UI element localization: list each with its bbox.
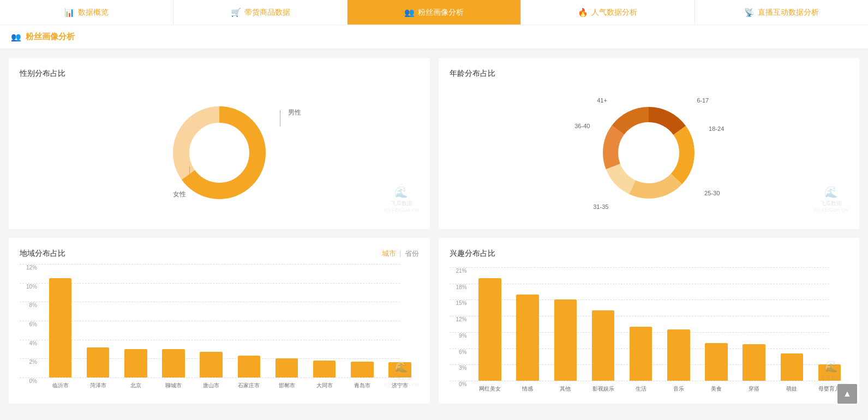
interest-bar xyxy=(705,343,727,381)
region-card: 地域分布占比 城市 | 省份 12% 10% 8% 6% 4% 2% 0% xyxy=(9,238,430,404)
interest-bar-group xyxy=(735,267,773,381)
region-bar-group xyxy=(230,264,268,377)
chart-icon: 📊 xyxy=(64,8,75,17)
interest-bar-group xyxy=(471,267,509,381)
region-x-labels: 临沂市菏泽市北京聊城市唐山市石家庄市邯郸市大同市青岛市济宁市 xyxy=(41,382,419,389)
interest-x-label: 其他 xyxy=(547,385,584,393)
interest-bar xyxy=(630,327,652,381)
scroll-top-icon: ▲ xyxy=(843,389,852,399)
gender-chart: 男性 女性 xyxy=(20,87,419,218)
top-navigation: 📊 数据概览 🛒 带货商品数据 👥 粉丝画像分析 🔥 人气数据分析 📡 直播互动… xyxy=(0,0,868,25)
interest-bar-chart: 21% 18% 15% 12% 9% 6% 3% 0% 网红美女情感其他影视娱乐… xyxy=(450,267,849,393)
interest-card-title: 兴趣分布占比 xyxy=(450,249,849,259)
interest-bar-group xyxy=(509,267,547,381)
nav-popularity-data[interactable]: 🔥 人气数据分析 xyxy=(521,0,695,25)
nav-live-label: 直播互动数据分析 xyxy=(758,8,819,17)
region-bar xyxy=(49,278,71,377)
interest-watermark: 🌊 飞瓜数据 KS.FEIGUA.CN xyxy=(813,360,848,387)
page-title: 粉丝画像分析 xyxy=(26,32,75,42)
region-x-label: 聊城市 xyxy=(154,382,192,389)
nav-live-interaction[interactable]: 📡 直播互动数据分析 xyxy=(695,0,868,25)
gender-card: 性别分布占比 男性 女性 xyxy=(9,58,430,229)
region-bar xyxy=(276,358,298,377)
region-bar-chart: 12% 10% 8% 6% 4% 2% 0% 临沂市菏泽市北京聊城市唐山市石家庄… xyxy=(20,264,419,389)
region-x-label: 大同市 xyxy=(306,382,343,389)
interest-bar xyxy=(781,353,803,381)
region-bar-group xyxy=(343,264,381,377)
interest-x-label: 影视娱乐 xyxy=(584,385,622,393)
nav-product-data[interactable]: 🛒 带货商品数据 xyxy=(173,0,347,25)
age-label-36-40: 36-40 xyxy=(574,123,590,129)
filter-city[interactable]: 城市 xyxy=(382,249,396,259)
female-label-line xyxy=(189,166,190,183)
page-header: 👥 粉丝画像分析 xyxy=(0,25,868,49)
nav-popularity-label: 人气数据分析 xyxy=(591,8,637,17)
region-bar xyxy=(124,349,147,377)
age-chart: 6-17 18-24 25-30 31-35 36-40 41+ xyxy=(450,87,849,218)
region-bar-group xyxy=(193,264,230,377)
region-card-header: 地域分布占比 城市 | 省份 xyxy=(20,249,419,259)
interest-bar xyxy=(743,344,765,381)
interest-x-label: 音乐 xyxy=(660,385,697,393)
region-card-title: 地域分布占比 xyxy=(20,249,65,259)
nav-data-overview[interactable]: 📊 数据概览 xyxy=(0,0,173,25)
filter-province[interactable]: 省份 xyxy=(405,249,419,259)
region-x-label: 唐山市 xyxy=(193,382,230,389)
age-label-25-30: 25-30 xyxy=(704,190,720,196)
interest-bar xyxy=(554,299,577,381)
interest-bar xyxy=(478,278,501,381)
interest-x-label: 生活 xyxy=(622,385,660,393)
svg-point-2 xyxy=(191,124,248,181)
region-bar-group xyxy=(79,264,117,377)
region-bar-group xyxy=(154,264,192,377)
interest-bar xyxy=(592,310,614,381)
interest-bars xyxy=(471,267,849,381)
region-bar-group xyxy=(268,264,306,377)
scroll-to-top-button[interactable]: ▲ xyxy=(837,384,857,404)
gender-watermark: 🌊 飞瓜数据 KS.FEIGUA.CN xyxy=(384,185,419,213)
age-card-title: 年龄分布占比 xyxy=(450,69,849,79)
fire-icon: 🔥 xyxy=(578,8,588,17)
region-bar-group xyxy=(41,264,79,377)
filter-divider: | xyxy=(399,249,401,259)
nav-fan-analysis-label: 粉丝画像分析 xyxy=(418,8,464,17)
age-label-41plus: 41+ xyxy=(597,97,607,104)
interest-x-label: 情感 xyxy=(509,385,547,393)
region-bar-group xyxy=(306,264,343,377)
broadcast-icon: 📡 xyxy=(744,8,755,17)
age-label-31-35: 31-35 xyxy=(593,203,608,210)
interest-x-label: 网红美女 xyxy=(471,385,509,393)
svg-point-9 xyxy=(620,124,678,182)
region-x-label: 邯郸市 xyxy=(268,382,306,389)
main-content: 性别分布占比 男性 女性 xyxy=(0,49,868,412)
region-x-label: 石家庄市 xyxy=(230,382,268,389)
region-bar xyxy=(87,347,109,377)
interest-bar-group xyxy=(547,267,584,381)
cart-icon: 🛒 xyxy=(231,8,241,17)
region-bar xyxy=(162,349,184,377)
region-x-label: 临沂市 xyxy=(41,382,79,389)
nav-product-data-label: 带货商品数据 xyxy=(244,8,290,17)
region-bars xyxy=(41,264,419,377)
interest-x-label: 穿搭 xyxy=(735,385,773,393)
interest-bar-group xyxy=(622,267,660,381)
age-label-6-17: 6-17 xyxy=(697,97,709,104)
male-label-line xyxy=(280,110,280,127)
page-header-icon: 👥 xyxy=(11,32,21,42)
nav-fan-analysis[interactable]: 👥 粉丝画像分析 xyxy=(348,0,521,25)
age-card: 年龄分布占比 xyxy=(439,58,860,229)
interest-x-label: 萌娃 xyxy=(773,385,811,393)
gender-card-title: 性别分布占比 xyxy=(20,69,419,79)
interest-bar xyxy=(516,295,538,381)
interest-bar-group xyxy=(773,267,811,381)
region-watermark: 🌊 飞瓜数据 KS.FEIGUA.CN xyxy=(384,360,419,387)
region-x-label: 北京 xyxy=(117,382,154,389)
interest-bar-group xyxy=(584,267,622,381)
interest-card: 兴趣分布占比 21% 18% 15% 12% 9% 6% 3% 0% 网红美女情… xyxy=(439,238,860,404)
region-filter-tabs: 城市 | 省份 xyxy=(382,249,418,259)
region-bar xyxy=(238,356,260,377)
age-donut-svg xyxy=(583,93,714,213)
region-bar xyxy=(351,362,373,377)
region-bar xyxy=(313,361,336,377)
region-bar xyxy=(200,352,222,377)
